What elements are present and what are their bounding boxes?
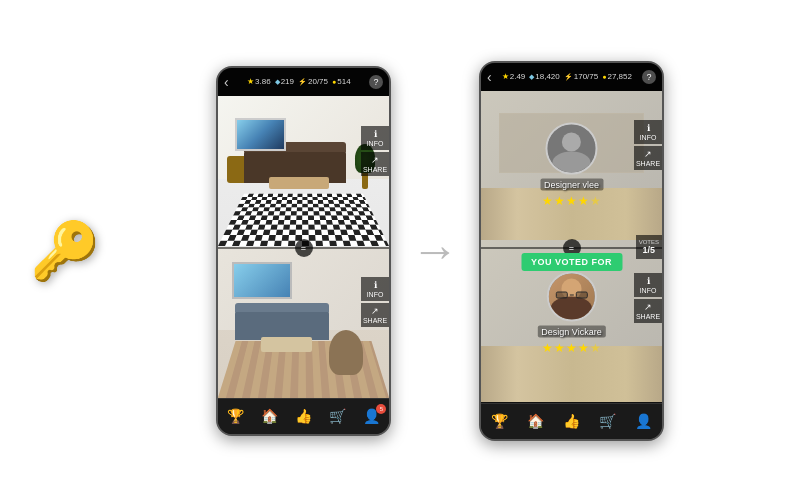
designer-name-1: Designer vlee [540, 179, 603, 191]
star-icon: ★ [247, 77, 254, 86]
info-button-top[interactable]: ℹ INFO [361, 126, 389, 150]
divider-bar: = [218, 247, 389, 249]
main-scene: 🔑 ‹ ★ 3.86 ◆ 219 ⚡ 20/75 ● [0, 0, 800, 501]
rating-value: 3.86 [255, 77, 271, 86]
designer-card-2: Design Vickare ★ ★ ★ ★ ★ [537, 272, 605, 355]
avatar-silhouette-1 [548, 125, 596, 173]
star-d2-1: ★ [542, 341, 553, 355]
side-panel-bottom-right: ℹ INFO ↗ SHARE [634, 273, 662, 323]
info-button-r-bottom[interactable]: ℹ INFO [634, 273, 662, 297]
nav-like-r[interactable]: 👍 [563, 413, 580, 429]
share-button-r-top[interactable]: ↗ SHARE [634, 146, 662, 170]
phone-right-nav: 🏆 🏠 👍 🛒 👤 [481, 403, 662, 439]
share-label-r1: SHARE [636, 160, 660, 167]
nav-trophy-r[interactable]: 🏆 [491, 413, 508, 429]
info-icon-2: ℹ [374, 280, 377, 290]
info-button-r-top[interactable]: ℹ INFO [634, 120, 662, 144]
phone-left-header: ‹ ★ 3.86 ◆ 219 ⚡ 20/75 ● 514 [218, 68, 389, 96]
room-top-right: Designer vlee ★ ★ ★ ★ ★ ℹ INFO [481, 91, 662, 241]
voted-banner: YOU VOTED FOR [521, 253, 622, 271]
coin-stat-r: ● 27,852 [602, 72, 632, 81]
star-1: ★ [542, 194, 553, 208]
designer-avatar-1 [546, 123, 598, 175]
direction-arrow: → [411, 223, 459, 278]
avatar-glasses [555, 291, 587, 298]
nav-like[interactable]: 👍 [295, 408, 312, 424]
nav-home-r[interactable]: 🏠 [527, 413, 544, 429]
share-icon-2: ↗ [371, 306, 379, 316]
share-icon-r2: ↗ [644, 302, 652, 312]
nav-profile[interactable]: 👤 5 [363, 408, 380, 424]
phone-right: ‹ ★ 2.49 ◆ 18,420 ⚡ 170/75 ● 27,852 [479, 61, 664, 441]
glasses-frame-right [576, 291, 588, 298]
info-icon: ℹ [374, 129, 377, 139]
stars-row-1: ★ ★ ★ ★ ★ [542, 194, 601, 208]
key-container: 🔑 [30, 218, 100, 284]
nav-trophy[interactable]: 🏆 [227, 408, 244, 424]
designer-card-1: Designer vlee ★ ★ ★ ★ ★ [540, 123, 603, 208]
info-label-2: INFO [367, 291, 384, 298]
back-button-right[interactable]: ‹ [487, 69, 492, 85]
stats-bar-left: ★ 3.86 ◆ 219 ⚡ 20/75 ● 514 [247, 77, 351, 86]
share-icon: ↗ [371, 155, 379, 165]
diamond-value: 219 [281, 77, 294, 86]
phone-right-header: ‹ ★ 2.49 ◆ 18,420 ⚡ 170/75 ● 27,852 [481, 63, 662, 91]
profile-badge: 5 [376, 404, 386, 414]
side-panel-top-left: ℹ INFO ↗ SHARE [361, 126, 389, 176]
help-button-left[interactable]: ? [369, 75, 383, 89]
diamond-stat-r: ◆ 18,420 [529, 72, 559, 81]
phone-left: ‹ ★ 3.86 ◆ 219 ⚡ 20/75 ● 514 [216, 66, 391, 436]
nav-home[interactable]: 🏠 [261, 408, 278, 424]
votes-panel: VOTES 1/5 [636, 235, 662, 259]
share-button-top[interactable]: ↗ SHARE [361, 152, 389, 176]
star-icon-r: ★ [502, 72, 509, 81]
designer-name-2: Design Vickare [537, 326, 605, 338]
share-icon-r1: ↗ [644, 149, 652, 159]
coin-value: 514 [337, 77, 350, 86]
star-d2-2: ★ [554, 341, 565, 355]
star-2: ★ [554, 194, 565, 208]
phone-left-nav: 🏆 🏠 👍 🛒 👤 5 [218, 398, 389, 434]
coin-icon: ● [332, 78, 336, 85]
divider-circle: = [295, 239, 313, 257]
room-top-left: ℹ INFO ↗ SHARE [218, 96, 389, 247]
star-5: ★ [590, 194, 601, 208]
diamond-value-r: 18,420 [535, 72, 559, 81]
star-4: ★ [578, 194, 589, 208]
key-icon: 🔑 [30, 219, 100, 282]
room-bottom-right: YOU VOTED FOR Design Vickare [481, 240, 662, 402]
nav-cart-r[interactable]: 🛒 [599, 413, 616, 429]
share-button-r-bottom[interactable]: ↗ SHARE [634, 299, 662, 323]
help-button-right[interactable]: ? [642, 70, 656, 84]
nav-profile-r[interactable]: 👤 [635, 413, 652, 429]
votes-label: VOTES [639, 239, 659, 245]
energy-stat: ⚡ 20/75 [298, 77, 328, 86]
stats-bar-right: ★ 2.49 ◆ 18,420 ⚡ 170/75 ● 27,852 [502, 72, 632, 81]
rating-stat-r: ★ 2.49 [502, 72, 526, 81]
rating-value-r: 2.49 [510, 72, 526, 81]
info-icon-r2: ℹ [647, 276, 650, 286]
avatar-photo-2 [549, 274, 595, 320]
diamond-icon: ◆ [275, 78, 280, 86]
back-button-left[interactable]: ‹ [224, 74, 229, 90]
energy-value: 20/75 [308, 77, 328, 86]
lightning-icon-r: ⚡ [564, 73, 573, 81]
coin-value-r: 27,852 [607, 72, 631, 81]
info-label: INFO [367, 140, 384, 147]
info-icon-r1: ℹ [647, 123, 650, 133]
share-label: SHARE [363, 166, 387, 173]
info-button-bottom[interactable]: ℹ INFO [361, 277, 389, 301]
coin-stat: ● 514 [332, 77, 351, 86]
energy-stat-r: ⚡ 170/75 [564, 72, 598, 81]
info-label-r2: INFO [640, 287, 657, 294]
votes-count: 1/5 [639, 245, 659, 255]
info-label-r1: INFO [640, 134, 657, 141]
diamond-stat: ◆ 219 [275, 77, 294, 86]
star-3: ★ [566, 194, 577, 208]
room-bottom-left: ℹ INFO ↗ SHARE [218, 247, 389, 398]
star-d2-4: ★ [578, 341, 589, 355]
nav-cart[interactable]: 🛒 [329, 408, 346, 424]
diamond-icon-r: ◆ [529, 73, 534, 81]
arrow-container: → [411, 223, 459, 278]
share-button-bottom[interactable]: ↗ SHARE [361, 303, 389, 327]
